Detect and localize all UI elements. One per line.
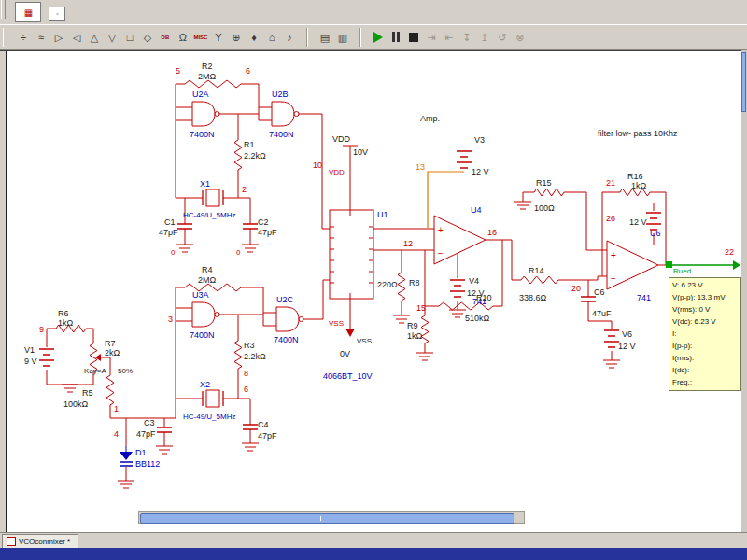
place-transistor-icon[interactable]: ◁ (67, 28, 85, 47)
place-cmos-icon[interactable]: □ (120, 28, 138, 47)
schematic-label: U1 (377, 210, 388, 219)
horizontal-scrollbar-thumb[interactable] (140, 513, 514, 524)
run-simulation-icon[interactable] (369, 28, 387, 47)
toolbar-grip[interactable] (1, 0, 6, 19)
probe-line: I(rms): (672, 352, 738, 364)
schematic-label: 1kΩ (407, 331, 423, 341)
resistor-symbol[interactable] (521, 276, 558, 284)
schematic-label: 12 V (472, 167, 489, 176)
place-misc-digital-icon[interactable]: ◇ (138, 28, 156, 47)
scrollbar-grip-lines (320, 516, 331, 521)
schematic-label: Key=A (84, 367, 106, 375)
battery-symbol[interactable] (604, 330, 619, 347)
schematic-label: U2B (272, 90, 289, 99)
resistor-symbol[interactable] (185, 80, 241, 88)
vertical-scrollbar[interactable] (741, 50, 747, 532)
place-ttl-icon[interactable]: ▽ (103, 28, 120, 47)
resistor-symbol[interactable] (234, 341, 242, 369)
document-icon[interactable]: ▫ (49, 7, 65, 21)
toolbar-separator (359, 28, 361, 47)
schematic-label: 12 (403, 239, 413, 248)
probe-marker[interactable] (666, 261, 672, 268)
place-diode-icon[interactable]: ▷ (49, 28, 67, 47)
pause-simulation-icon[interactable] (387, 28, 404, 47)
nand-gate-symbol[interactable] (185, 302, 222, 327)
place-indicators-icon[interactable]: Ω (174, 28, 191, 47)
step-over-icon[interactable]: ⇤ (440, 28, 458, 47)
capacitor-symbol[interactable] (157, 427, 172, 432)
probe-line: V: 6.23 V (672, 279, 738, 291)
ground-symbol (449, 310, 466, 317)
ground-symbol (242, 443, 259, 451)
schematic-label: V6 (622, 329, 632, 339)
breakpoint-icon[interactable]: ↺ (493, 28, 511, 47)
place-electromech-icon[interactable]: ⊕ (227, 28, 245, 47)
nand-gate-symbol[interactable] (264, 102, 302, 126)
schematic-label: 26 (606, 214, 615, 223)
opamp-symbol[interactable]: +− (607, 241, 658, 289)
battery-symbol[interactable] (39, 349, 54, 366)
place-misc-icon[interactable]: MISC (191, 28, 209, 47)
schematic-label: R15 (536, 178, 552, 188)
in-use-list-icon[interactable]: ▤ (316, 28, 333, 47)
place-bus-icon[interactable]: ♪ (280, 28, 298, 47)
schematic-label: 7400N (274, 335, 299, 344)
capacitor-symbol[interactable] (243, 224, 258, 229)
schematic-label: 4 (114, 429, 119, 439)
step-out-icon[interactable]: ↧ (458, 28, 475, 47)
toolbar-grip-2[interactable] (3, 28, 7, 47)
schematic-label: 338.6Ω (519, 293, 547, 302)
tab-vcoconmixer[interactable]: VCOconmixer * (2, 534, 78, 549)
schematic-label: 0 (236, 248, 241, 257)
schematic-label: U3A (192, 290, 209, 300)
tab-label: VCOconmixer * (19, 538, 70, 546)
place-mixed-icon[interactable]: DB (156, 28, 174, 47)
probe-line: I: (672, 328, 738, 340)
battery-symbol[interactable] (646, 213, 661, 230)
crystal-symbol[interactable] (203, 189, 223, 206)
varactor-diode-symbol[interactable] (120, 446, 133, 466)
zoom-tool-icon[interactable]: ▥ (333, 28, 351, 47)
resistor-symbol[interactable] (534, 189, 564, 196)
step-into-icon[interactable]: ⇥ (422, 28, 440, 47)
run-to-cursor-icon[interactable]: ↥ (475, 28, 493, 47)
capacitor-symbol[interactable] (243, 425, 258, 429)
nand-gate-symbol[interactable] (185, 102, 222, 126)
probe-line: V(rms): 0 V (672, 303, 738, 315)
schematic-label: BB112 (135, 459, 160, 469)
probe-wire-orange[interactable] (428, 172, 464, 229)
capacitor-symbol[interactable] (581, 297, 596, 301)
resistor-symbol[interactable] (106, 375, 114, 405)
probe-line: V(p-p): 13.3 mV (672, 291, 738, 303)
design-file-icon[interactable]: ▦ (15, 2, 41, 22)
battery-symbol[interactable] (457, 151, 472, 168)
schematic-label: R8 (409, 278, 420, 287)
crystal-symbol[interactable] (203, 390, 223, 407)
vertical-scrollbar-thumb[interactable] (741, 52, 746, 112)
horizontal-scrollbar[interactable] (138, 511, 525, 524)
schematic-canvas[interactable]: +−+−5R22MΩ6U2A7400NU2B7400NR12.2kΩX12HC-… (0, 51, 741, 532)
stop-simulation-icon[interactable] (404, 28, 422, 47)
resistor-symbol[interactable] (234, 140, 242, 170)
battery-symbol[interactable] (450, 280, 465, 297)
opamp-symbol[interactable]: +− (434, 216, 486, 264)
stop-glyph (409, 33, 418, 42)
place-rf-icon[interactable]: Y (209, 28, 227, 47)
analog-switch-ic[interactable] (330, 210, 374, 299)
schematic-label: 0V (340, 349, 350, 358)
nand-gate-symbol[interactable] (269, 307, 306, 331)
pause-glyph (391, 32, 401, 44)
place-source-icon[interactable]: ÷ (14, 28, 32, 47)
schematic-workspace[interactable]: +−+−5R22MΩ6U2A7400NU2B7400NR12.2kΩX12HC-… (0, 50, 741, 532)
place-hierarchical-icon[interactable]: ⌂ (262, 28, 280, 47)
capacitor-symbol[interactable] (177, 224, 192, 229)
schematic-label: R10 (476, 293, 492, 302)
resistor-symbol[interactable] (398, 273, 405, 301)
schematic-label: C1 (164, 217, 176, 227)
place-analog-icon[interactable]: △ (85, 28, 103, 47)
place-basic-icon[interactable]: ≈ (32, 28, 49, 47)
schematic-label: 1kΩ (631, 181, 647, 190)
schematic-label: 15 (416, 303, 426, 313)
pause-at-condition-icon[interactable]: ⊗ (511, 28, 529, 47)
place-connectors-icon[interactable]: ♦ (245, 28, 262, 47)
